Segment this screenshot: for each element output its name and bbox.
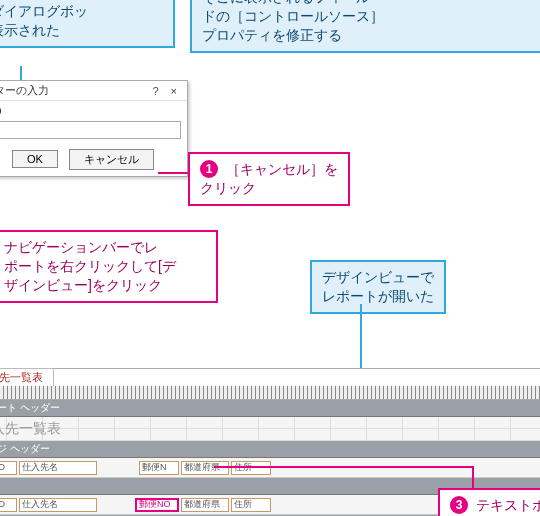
dialog-prompt: NO xyxy=(0,105,181,117)
callout-text: デザインビューでレポートが開いた xyxy=(322,269,434,304)
callout-fix-controlsource: そこに表示されるフィールドの［コントロールソース］プロパティを修正する xyxy=(190,0,540,53)
dialog-titlebar: ーターの入力 ? × xyxy=(0,81,187,101)
leader-to-cancel xyxy=(158,172,188,174)
ok-button[interactable]: OK xyxy=(12,150,58,168)
detail-ctl-id[interactable]: 入先ID xyxy=(0,498,17,512)
hdr-label-postal[interactable]: 郵便N xyxy=(139,461,179,475)
report-title-control[interactable]: 仕入先一覧表 xyxy=(0,417,540,441)
cancel-button[interactable]: キャンセル xyxy=(69,149,154,170)
callout-paraminput-shown: 力］ダイアログボッスが表示された xyxy=(0,0,175,48)
parameter-input-dialog: ーターの入力 ? × NO OK キャンセル xyxy=(0,80,188,177)
dialog-help-button[interactable]: ? xyxy=(146,85,164,97)
badge-1: 1 xyxy=(200,160,218,178)
callout-text: 力］ダイアログボッスが表示された xyxy=(0,3,88,38)
leader-to-postal xyxy=(214,466,474,468)
callout-text: ナビゲーションバーでレポートを右クリックして[デザインビュー]をクリック xyxy=(4,239,176,293)
band-page-header[interactable]: ページ ヘッダー xyxy=(0,441,540,458)
dialog-title-text: ーターの入力 xyxy=(0,83,49,98)
callout-nav-rightclick: ナビゲーションバーでレポートを右クリックして[デザインビュー]をクリック xyxy=(0,230,218,303)
callout-step-3: 3 テキストボッ xyxy=(438,488,540,516)
callout-designview-opened: デザインビューでレポートが開いた xyxy=(310,260,446,314)
callout-text: そこに表示されるフィールドの［コントロールソース］プロパティを修正する xyxy=(202,0,384,43)
callout-text: テキストボッ xyxy=(476,497,540,513)
detail-ctl-pref[interactable]: 都道府県 xyxy=(181,498,229,512)
hdr-label-id[interactable]: 入先ID xyxy=(0,461,17,475)
hdr-label-name[interactable]: 仕入先名 xyxy=(19,461,97,475)
detail-ctl-postal-error[interactable]: 郵便NO xyxy=(135,498,179,512)
page-header-body: 入先ID 仕入先名 郵便N 都道府県 住所 xyxy=(0,458,540,478)
leader-to-postal-v xyxy=(472,466,474,490)
parameter-input-field[interactable] xyxy=(0,121,181,139)
band-report-header[interactable]: レポート ヘッダー xyxy=(0,400,540,417)
horizontal-ruler xyxy=(0,386,540,400)
leader-designview xyxy=(360,304,362,368)
report-tab[interactable]: 入先一覧表 xyxy=(0,368,54,386)
detail-ctl-addr[interactable]: 住所 xyxy=(231,498,271,512)
callout-text: ［キャンセル］をクリック xyxy=(200,161,338,196)
callout-step-1: 1 ［キャンセル］をクリック xyxy=(188,152,350,206)
close-icon[interactable]: × xyxy=(165,85,183,97)
report-title-text: 仕入先一覧表 xyxy=(0,420,61,438)
detail-ctl-name[interactable]: 仕入先名 xyxy=(19,498,97,512)
badge-3: 3 xyxy=(450,496,468,514)
